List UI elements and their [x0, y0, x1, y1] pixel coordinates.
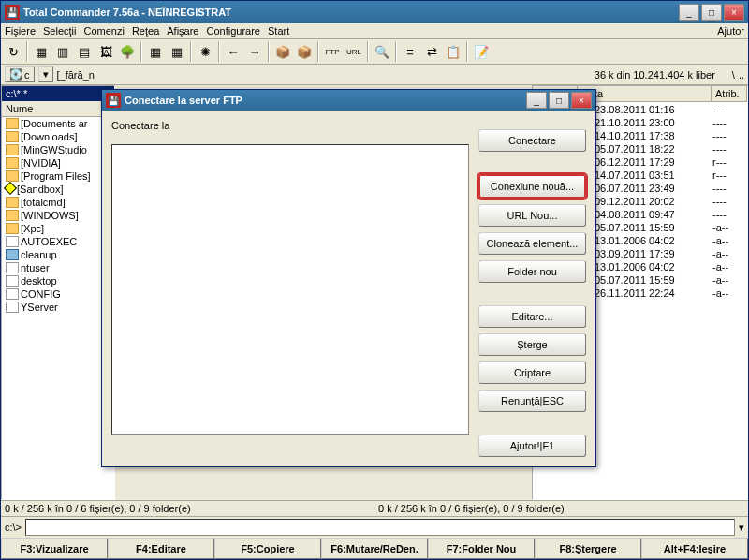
- connection-list[interactable]: [111, 144, 469, 435]
- forward-icon[interactable]: →: [244, 41, 265, 62]
- multirename-icon[interactable]: ≡: [400, 41, 420, 62]
- pack-icon[interactable]: 📦: [272, 41, 293, 62]
- fkey-button[interactable]: F3:Vizualizare: [1, 538, 108, 559]
- file-date: 03.09.2011 17:39: [591, 248, 712, 259]
- left-path[interactable]: c:\*.*: [2, 86, 114, 101]
- tree-icon[interactable]: 🌳: [117, 41, 138, 62]
- fkey-button[interactable]: Alt+F4:Ieşire: [641, 538, 748, 559]
- menu-item[interactable]: Comenzi: [83, 25, 124, 37]
- notepad-icon[interactable]: 📝: [471, 41, 492, 62]
- file-row[interactable]: desktop: [2, 274, 114, 287]
- dialog-title: Conectare la server FTP: [125, 95, 524, 106]
- dialog-titlebar[interactable]: 💾 Conectare la server FTP _ □ ×: [102, 90, 595, 111]
- close-button[interactable]: ×: [724, 4, 744, 21]
- toolbar: ↻ ▦ ▥ ▤ 🖼 🌳 ▦ ▦ ✺ ← → 📦 📦 FTP URL 🔍 ≡ ⇄ …: [1, 39, 748, 65]
- main-titlebar[interactable]: 💾 Total Commander 7.56a - NEÎNREGISTRAT …: [1, 1, 748, 23]
- fkey-button[interactable]: F6:Mutare/ReDen.: [321, 538, 428, 559]
- menu-item[interactable]: Fişiere: [5, 25, 36, 37]
- file-name: CONFIG: [21, 288, 110, 300]
- app-icon: 💾: [5, 5, 20, 20]
- file-row[interactable]: CONFIG: [2, 287, 114, 301]
- invert-icon[interactable]: ✺: [195, 41, 215, 62]
- view-icon[interactable]: ▥: [52, 41, 73, 62]
- folder-icon: [6, 197, 19, 208]
- menu-item[interactable]: Start: [268, 25, 289, 37]
- up-icon[interactable]: ..: [739, 69, 744, 81]
- file-date: 06.12.2011 17:29: [591, 156, 712, 168]
- file-date: 23.08.2011 01:16: [591, 104, 712, 115]
- view-icon[interactable]: ▦: [31, 41, 51, 62]
- connect-button[interactable]: Conectare: [478, 129, 586, 152]
- clone-button[interactable]: Clonează element...: [478, 232, 586, 255]
- drive-button[interactable]: 💽c: [5, 66, 35, 82]
- folder-icon: [6, 157, 19, 169]
- right-drive[interactable]: \: [732, 69, 735, 81]
- cancel-button[interactable]: Renunţă|ESC: [478, 390, 586, 412]
- menu-help[interactable]: Ajutor: [717, 25, 744, 37]
- ftp-icon[interactable]: FTP: [322, 41, 343, 62]
- back-icon[interactable]: ←: [223, 41, 243, 62]
- file-icon: [6, 236, 19, 247]
- drive-dropdown[interactable]: ▾: [38, 66, 53, 82]
- file-date: 14.07.2011 03:51: [591, 169, 712, 181]
- menu-item[interactable]: Reţea: [132, 25, 159, 37]
- file-row[interactable]: [Xpc]: [2, 222, 114, 235]
- new-connection-button[interactable]: Conexiune nouă...: [478, 174, 586, 199]
- sync-icon[interactable]: ⇄: [421, 41, 442, 62]
- menu-item[interactable]: Selecţii: [43, 25, 76, 37]
- view-icon[interactable]: ▦: [167, 41, 187, 62]
- folder-icon: [6, 144, 19, 155]
- copy-icon[interactable]: 📋: [443, 41, 463, 62]
- file-row[interactable]: cleanup: [2, 248, 114, 261]
- file-row[interactable]: [Downloads]: [2, 130, 114, 143]
- minimize-button[interactable]: _: [679, 4, 699, 21]
- file-name: [Downloads]: [21, 131, 110, 142]
- new-folder-button[interactable]: Folder nou: [478, 260, 586, 283]
- fkey-button[interactable]: F8:Ştergere: [535, 538, 641, 559]
- view-icon[interactable]: ▤: [74, 41, 95, 62]
- file-row[interactable]: [NVIDIA]: [2, 156, 114, 169]
- file-name: cleanup: [21, 249, 110, 260]
- edit-button[interactable]: Editare...: [478, 305, 586, 328]
- refresh-icon[interactable]: ↻: [3, 41, 23, 62]
- menu-item[interactable]: Afişare: [167, 25, 198, 37]
- file-row[interactable]: YServer: [2, 301, 114, 314]
- file-name: [MinGWStudio: [21, 144, 110, 155]
- fkey-button[interactable]: F5:Copiere: [214, 538, 321, 559]
- col-name[interactable]: Nume: [2, 101, 114, 116]
- file-date: 13.01.2006 04:02: [591, 235, 712, 246]
- encrypt-button[interactable]: Criptare: [478, 361, 586, 384]
- file-name: YServer: [21, 302, 110, 313]
- dialog-minimize-button[interactable]: _: [526, 92, 547, 109]
- file-row[interactable]: AUTOEXEC: [2, 235, 114, 248]
- file-name: [Documents ar: [21, 118, 110, 129]
- ftp-connect-dialog: 💾 Conectare la server FTP _ □ × Conectar…: [101, 89, 596, 467]
- new-url-button[interactable]: URL Nou...: [478, 204, 586, 227]
- file-row[interactable]: [Program Files]: [2, 169, 114, 183]
- col-attr[interactable]: Atrib.: [712, 86, 747, 101]
- dialog-close-button[interactable]: ×: [571, 92, 592, 109]
- maximize-button[interactable]: □: [701, 4, 722, 21]
- file-row[interactable]: [Sandbox]: [2, 183, 114, 196]
- file-row[interactable]: [WINDOWS]: [2, 209, 114, 222]
- cmd-dropdown[interactable]: ▾: [739, 522, 744, 534]
- fkey-button[interactable]: F4:Editare: [108, 538, 214, 559]
- left-file-list[interactable]: [Documents ar[Downloads][MinGWStudio[NVI…: [2, 117, 114, 499]
- help-button[interactable]: Ajutor!|F1: [478, 435, 586, 457]
- file-row[interactable]: [MinGWStudio: [2, 143, 114, 156]
- col-date[interactable]: Data: [578, 86, 712, 101]
- menu-item[interactable]: Configurare: [207, 25, 260, 37]
- file-attr: ----: [712, 196, 745, 207]
- fkey-button[interactable]: F7:Folder Nou: [428, 538, 535, 559]
- file-row[interactable]: [totalcmd]: [2, 196, 114, 209]
- command-input[interactable]: [25, 519, 735, 536]
- file-row[interactable]: ntuser: [2, 261, 114, 274]
- file-row[interactable]: [Documents ar: [2, 117, 114, 130]
- unpack-icon[interactable]: 📦: [294, 41, 315, 62]
- view-icon[interactable]: 🖼: [95, 41, 116, 62]
- url-icon[interactable]: URL: [344, 41, 364, 62]
- dialog-maximize-button[interactable]: □: [549, 92, 569, 109]
- delete-button[interactable]: Şterge: [478, 333, 586, 356]
- view-icon[interactable]: ▦: [145, 41, 166, 62]
- search-icon[interactable]: 🔍: [372, 41, 392, 62]
